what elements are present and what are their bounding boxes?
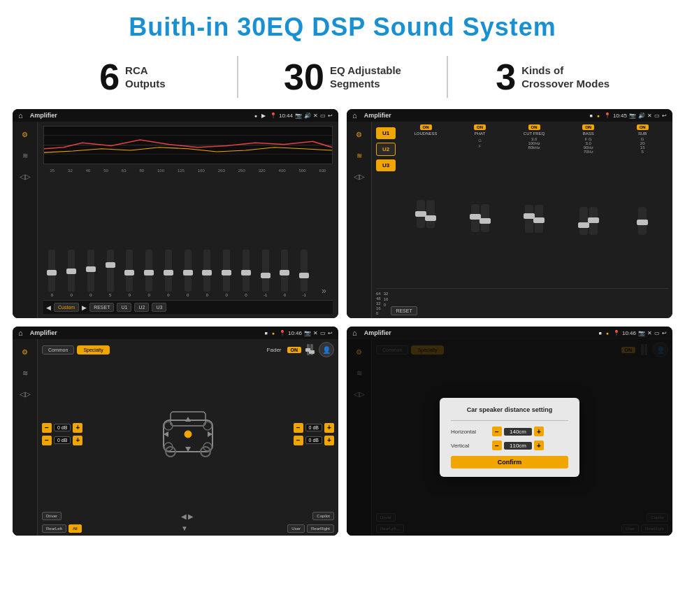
stat-number-crossover: 3 [496, 59, 516, 95]
crossover-bass-slider2[interactable] [589, 207, 598, 235]
fader-copilot-btn[interactable]: Copilot [312, 512, 334, 520]
fader-sidebar-eq-icon[interactable]: ⚙ [17, 345, 34, 359]
screenshots-grid: ⌂ Amplifier ● ▶ 📍 10:44 📷 🔊 ✕ ▭ ↩ ⚙ ≋ ◁▷ [0, 109, 685, 543]
fader-vol-br-minus[interactable]: − [294, 436, 303, 445]
fader-vol-br-plus[interactable]: + [324, 436, 334, 445]
eq-custom-btn[interactable]: Custom [54, 303, 79, 312]
eq-slider-9[interactable]: 0 [223, 250, 230, 297]
fader-vol-bl-plus[interactable]: + [73, 436, 82, 445]
fader-tab-common[interactable]: Common [42, 345, 74, 354]
crossover-sidebar-vol-icon[interactable]: ◁▷ [351, 169, 368, 183]
dialog-vertical-minus-btn[interactable]: − [492, 440, 502, 450]
fader-home-icon[interactable]: ⌂ [18, 329, 23, 337]
eq-slider-8[interactable]: 0 [203, 250, 210, 297]
eq-more-icon[interactable]: » [320, 285, 328, 297]
eq-graph [43, 126, 333, 164]
crossover-back-icon[interactable]: ↩ [662, 113, 667, 119]
crossover-bass-vals: F G3.090Hz70Hz [584, 137, 593, 154]
crossover-sub-slider[interactable] [638, 207, 647, 235]
fader-down-arrow-icon[interactable]: ▼ [181, 524, 188, 533]
crossover-loudness-slider1[interactable] [417, 200, 425, 228]
eq-slider-5[interactable]: 0 [145, 250, 152, 297]
dialog-vertical-ctrl: − 110cm + [492, 440, 544, 450]
eq-slider-7[interactable]: 0 [185, 250, 192, 297]
eq-slider-3[interactable]: 5 [107, 250, 114, 297]
dialog-home-icon[interactable]: ⌂ [352, 329, 357, 337]
eq-slider-1[interactable]: 0 [68, 250, 75, 297]
eq-slider-12[interactable]: 0 [281, 250, 288, 297]
fader-vol-tl-minus[interactable]: − [42, 423, 52, 433]
dialog-vertical-label: Vertical [451, 443, 489, 449]
eq-slider-2[interactable]: 0 [87, 250, 94, 297]
eq-sidebar-eq-icon[interactable]: ⚙ [17, 127, 34, 141]
crossover-reset-btn[interactable]: RESET [391, 306, 417, 315]
dialog-dot2-icon: ● [606, 331, 609, 336]
crossover-u3-btn[interactable]: U3 [376, 159, 396, 171]
eq-home-icon[interactable]: ⌂ [18, 111, 23, 120]
fader-all-btn[interactable]: All [68, 524, 82, 533]
eq-u1-btn[interactable]: U1 [117, 303, 131, 312]
fader-driver-btn[interactable]: Driver [42, 512, 62, 520]
eq-slider-11[interactable]: -1 [262, 250, 269, 297]
fader-vol-tr-minus[interactable]: − [294, 423, 303, 433]
dialog-back-icon[interactable]: ↩ [662, 330, 667, 336]
crossover-phat-slider1[interactable] [471, 204, 480, 232]
eq-u3-btn[interactable]: U3 [152, 303, 166, 312]
eq-next-btn[interactable]: ▶ [82, 304, 87, 311]
fader-vol-bl-val: 0 dB [54, 436, 71, 444]
eq-slider-13[interactable]: -1 [301, 250, 308, 297]
screen-eq: ⌂ Amplifier ● ▶ 📍 10:44 📷 🔊 ✕ ▭ ↩ ⚙ ≋ ◁▷ [13, 109, 338, 318]
fader-vol-bl-minus[interactable]: − [42, 436, 52, 445]
fader-tab-specialty[interactable]: Specialty [77, 345, 109, 354]
eq-slider-10[interactable]: 0 [243, 250, 250, 297]
eq-u2-btn[interactable]: U2 [134, 303, 149, 312]
crossover-bass-on[interactable]: ON [582, 124, 594, 130]
screen-fader: ⌂ Amplifier ■ ● 📍 10:46 📷 ✕ ▭ ↩ ⚙ ≋ ◁▷ [13, 327, 338, 536]
eq-slider-6[interactable]: 0 [165, 250, 172, 297]
crossover-home-icon[interactable]: ⌂ [352, 111, 357, 120]
eq-status-bar: ⌂ Amplifier ● ▶ 📍 10:44 📷 🔊 ✕ ▭ ↩ [13, 109, 338, 122]
fader-right-arrow-icon[interactable]: ▶ [188, 513, 194, 520]
fader-rearright-btn[interactable]: RearRight [307, 524, 334, 533]
crossover-cutfreq-slider1[interactable] [525, 205, 533, 233]
dialog-horizontal-minus-btn[interactable]: − [492, 427, 502, 436]
car-diagram-svg [153, 406, 223, 462]
crossover-sidebar-eq-icon[interactable]: ⚙ [351, 127, 368, 141]
fader-user-icon[interactable]: 👤 [319, 342, 334, 357]
crossover-rect-icon: ▭ [654, 113, 660, 119]
fader-back-icon[interactable]: ↩ [328, 330, 333, 336]
crossover-sub-on[interactable]: ON [637, 124, 649, 130]
fader-sidebar-expand-icon[interactable]: ◁▷ [17, 387, 34, 401]
crossover-cutfreq-slider2[interactable] [535, 205, 543, 233]
crossover-u2-btn[interactable]: U2 [376, 143, 396, 156]
eq-sidebar-vol-icon[interactable]: ◁▷ [17, 169, 34, 183]
fader-rearleft-btn[interactable]: RearLeft [42, 524, 66, 533]
eq-back-icon[interactable]: ↩ [328, 113, 333, 119]
fader-vol-tr-plus[interactable]: + [324, 423, 334, 433]
crossover-phat-slider2[interactable] [481, 204, 489, 232]
fader-left-arrow-icon[interactable]: ◀ [181, 513, 187, 520]
fader-sidebar-wave-icon[interactable]: ≋ [17, 366, 34, 380]
fader-left-sidebar: ⚙ ≋ ◁▷ [13, 339, 38, 536]
fader-on-badge[interactable]: ON [287, 347, 302, 353]
crossover-u1-btn[interactable]: U1 [376, 127, 396, 139]
eq-prev-btn[interactable]: ◀ [46, 304, 51, 311]
dialog-confirm-btn[interactable]: Confirm [451, 456, 568, 468]
dialog-horizontal-plus-btn[interactable]: + [534, 427, 544, 436]
crossover-loudness-slider2[interactable] [426, 200, 435, 228]
fader-mini-slider2[interactable] [310, 344, 313, 355]
crossover-sidebar-wave-icon[interactable]: ≋ [351, 148, 368, 162]
crossover-phat-on[interactable]: ON [474, 124, 486, 130]
eq-sidebar-wave-icon[interactable]: ≋ [17, 148, 34, 162]
dialog-vertical-plus-btn[interactable]: + [534, 440, 544, 450]
crossover-loudness-on[interactable]: ON [420, 124, 432, 130]
crossover-phat-sliders [471, 148, 489, 288]
crossover-cutfreq-on[interactable]: ON [528, 124, 540, 130]
fader-vol-tl-plus[interactable]: + [73, 423, 82, 433]
stat-text-eq: EQ AdjustableSegments [330, 64, 401, 91]
crossover-bass-slider1[interactable] [579, 207, 588, 235]
fader-user-btn[interactable]: User [287, 524, 305, 533]
eq-slider-0[interactable]: 0 [48, 250, 55, 297]
eq-slider-4[interactable]: 0 [126, 250, 133, 297]
eq-reset-btn[interactable]: RESET [89, 303, 114, 312]
